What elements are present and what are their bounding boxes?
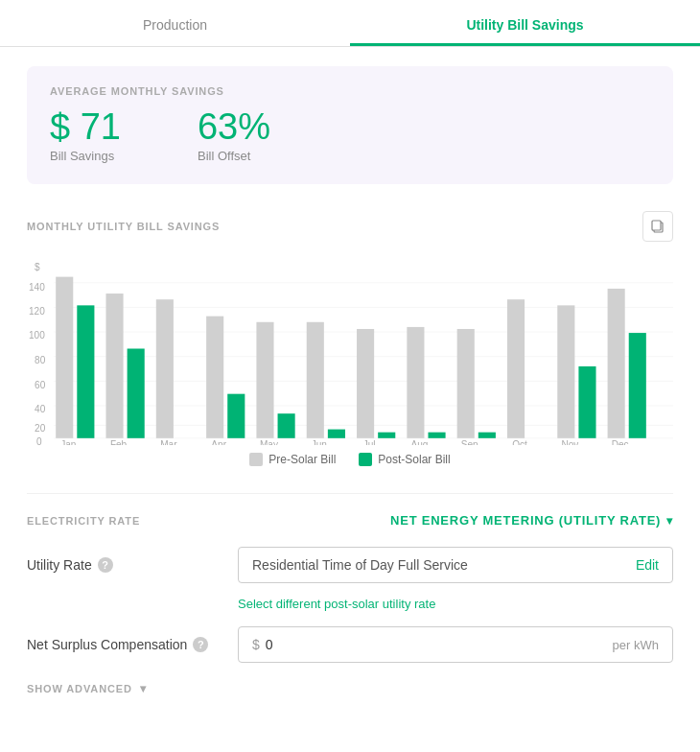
savings-card: AVERAGE MONTHLY SAVINGS $ 71 Bill Saving… <box>27 66 673 184</box>
savings-card-title: AVERAGE MONTHLY SAVINGS <box>50 85 650 97</box>
utility-rate-value: Residential Time of Day Full Service <box>252 557 468 573</box>
svg-rect-26 <box>227 394 245 438</box>
svg-rect-25 <box>206 317 223 438</box>
net-surplus-input[interactable]: $ 0 per kWh <box>238 626 673 663</box>
svg-text:40: 40 <box>35 404 46 414</box>
main-content: AVERAGE MONTHLY SAVINGS $ 71 Bill Saving… <box>0 47 700 715</box>
utility-rate-label: Utility Rate ? <box>27 557 238 573</box>
svg-rect-20 <box>105 294 123 438</box>
svg-rect-40 <box>457 329 475 438</box>
svg-text:120: 120 <box>29 306 45 317</box>
chart-legend: Pre-Solar Bill Post-Solar Bill <box>27 453 673 466</box>
svg-rect-46 <box>578 366 595 438</box>
svg-rect-34 <box>357 329 374 438</box>
legend-post-solar: Post-Solar Bill <box>359 453 450 466</box>
svg-rect-41 <box>478 433 496 438</box>
svg-rect-45 <box>557 305 574 437</box>
rate-type-selector[interactable]: NET ENERGY METERING (UTILITY RATE) ▾ <box>390 513 673 528</box>
surplus-value: 0 <box>266 637 273 652</box>
svg-text:Nov: Nov <box>561 439 579 445</box>
bill-savings-value: $ 71 <box>50 108 121 145</box>
bill-savings-label: Bill Savings <box>50 149 121 163</box>
svg-text:100: 100 <box>29 330 45 341</box>
legend-swatch-post-solar <box>359 453 372 466</box>
svg-rect-37 <box>407 327 424 438</box>
svg-rect-35 <box>378 433 395 438</box>
svg-text:Oct: Oct <box>512 439 527 445</box>
rate-type-value: NET ENERGY METERING (UTILITY RATE) <box>390 513 661 528</box>
chart-copy-button[interactable] <box>642 211 673 242</box>
svg-text:May: May <box>260 439 279 445</box>
svg-text:$: $ <box>35 262 40 272</box>
bill-offset-label: Bill Offset <box>198 149 270 163</box>
bar-jan-pre <box>56 277 73 438</box>
svg-text:20: 20 <box>35 423 46 434</box>
utility-rate-help-icon[interactable]: ? <box>98 557 113 573</box>
legend-swatch-pre-solar <box>249 453 263 466</box>
legend-label-pre-solar: Pre-Solar Bill <box>268 453 336 466</box>
utility-rate-input[interactable]: Residential Time of Day Full Service Edi… <box>238 547 673 583</box>
svg-text:60: 60 <box>35 379 46 389</box>
svg-text:Jan: Jan <box>60 439 76 445</box>
svg-rect-21 <box>128 348 145 437</box>
rate-section: ELECTRICITY RATE NET ENERGY METERING (UT… <box>27 493 673 663</box>
svg-rect-31 <box>307 322 324 438</box>
net-surplus-help-icon[interactable]: ? <box>193 637 208 652</box>
svg-rect-29 <box>278 413 295 438</box>
rate-header: ELECTRICITY RATE NET ENERGY METERING (UT… <box>27 513 673 528</box>
svg-text:Apr: Apr <box>211 439 226 445</box>
tab-utility-bill-savings[interactable]: Utility Bill Savings <box>350 0 700 46</box>
utility-rate-edit-button[interactable]: Edit <box>636 557 659 573</box>
net-surplus-row: Net Surplus Compensation ? $ 0 per kWh <box>27 626 673 663</box>
surplus-input-left: $ 0 <box>252 637 273 652</box>
bill-savings-metric: $ 71 Bill Savings <box>50 108 121 163</box>
svg-text:Jun: Jun <box>312 439 327 445</box>
utility-rate-row: Utility Rate ? Residential Time of Day F… <box>27 547 673 583</box>
svg-text:Feb: Feb <box>110 439 128 445</box>
svg-text:Dec: Dec <box>612 439 629 445</box>
tabs-container: Production Utility Bill Savings <box>0 0 700 47</box>
legend-label-post-solar: Post-Solar Bill <box>378 453 450 466</box>
svg-text:Mar: Mar <box>160 439 177 445</box>
chevron-down-icon: ▾ <box>666 514 673 528</box>
tab-production[interactable]: Production <box>0 0 350 46</box>
show-advanced-label: SHOW ADVANCED <box>27 683 132 694</box>
bill-offset-value: 63% <box>198 108 270 145</box>
svg-rect-28 <box>256 322 273 438</box>
svg-rect-23 <box>156 299 174 438</box>
svg-text:Aug: Aug <box>410 439 428 445</box>
chart-section: MONTHLY UTILITY BILL SAVINGS $ 140 120 1… <box>27 211 673 466</box>
chart-title: MONTHLY UTILITY BILL SAVINGS <box>27 221 220 232</box>
surplus-dollar-sign: $ <box>252 637 260 652</box>
per-kwh-label: per kWh <box>613 638 659 652</box>
chart-svg: $ 140 120 100 80 60 40 20 0 <box>27 253 673 445</box>
copy-icon <box>650 219 665 234</box>
electricity-rate-label: ELECTRICITY RATE <box>27 515 140 527</box>
show-advanced-toggle[interactable]: SHOW ADVANCED ▾ <box>27 682 673 695</box>
svg-text:0: 0 <box>36 436 42 445</box>
svg-rect-48 <box>608 289 625 438</box>
bill-offset-metric: 63% Bill Offset <box>198 108 270 163</box>
net-surplus-label: Net Surplus Compensation ? <box>27 637 238 652</box>
svg-text:Sep: Sep <box>461 439 478 445</box>
svg-rect-1 <box>652 221 661 230</box>
svg-rect-32 <box>328 430 345 438</box>
show-advanced-chevron-icon: ▾ <box>140 682 147 695</box>
bar-chart: $ 140 120 100 80 60 40 20 0 <box>27 253 673 445</box>
svg-text:Jul: Jul <box>363 439 376 445</box>
savings-metrics: $ 71 Bill Savings 63% Bill Offset <box>50 108 650 163</box>
chart-header: MONTHLY UTILITY BILL SAVINGS <box>27 211 673 242</box>
svg-rect-43 <box>507 299 525 438</box>
select-different-rate-link[interactable]: Select different post-solar utility rate <box>238 597 673 611</box>
svg-text:80: 80 <box>35 355 46 365</box>
bar-jan-post <box>77 305 94 437</box>
svg-rect-49 <box>629 333 646 438</box>
svg-text:140: 140 <box>29 282 45 293</box>
legend-pre-solar: Pre-Solar Bill <box>249 453 336 466</box>
svg-rect-38 <box>428 433 445 438</box>
